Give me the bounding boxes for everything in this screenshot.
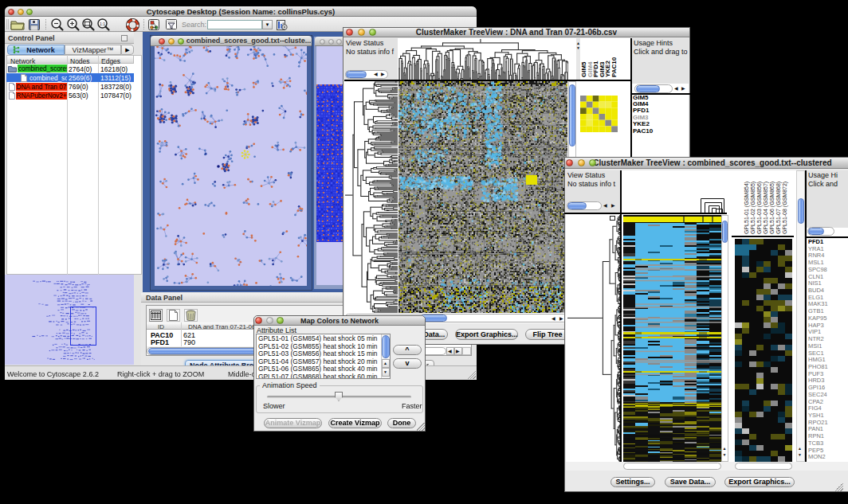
svg-text:1:1: 1:1 (100, 21, 105, 26)
